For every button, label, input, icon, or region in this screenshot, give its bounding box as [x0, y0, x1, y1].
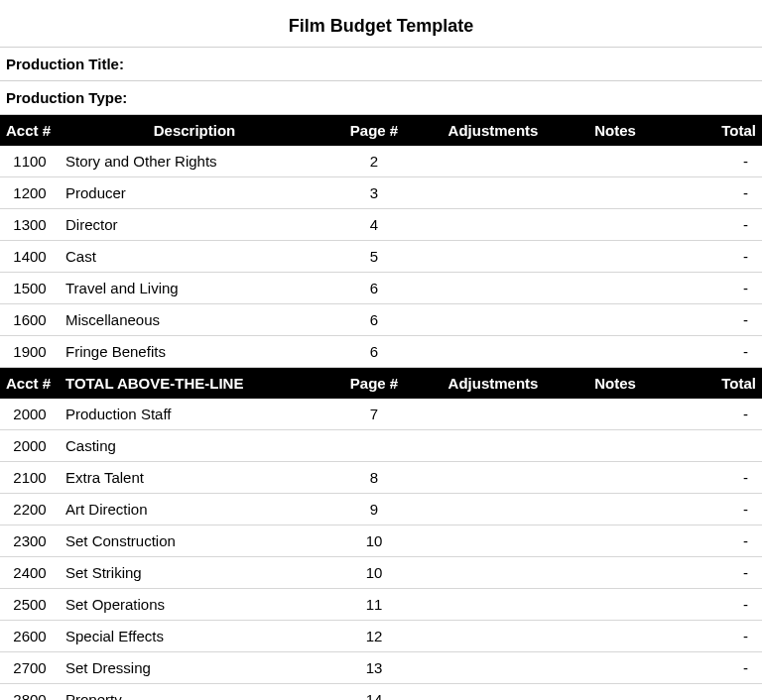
cell-notes [568, 304, 663, 336]
cell-desc: Extra Talent [60, 462, 329, 494]
cell-adj [419, 304, 568, 336]
production-title-label: Production Title: [0, 48, 762, 81]
cell-page: 10 [329, 525, 419, 557]
col-notes: Notes [568, 368, 663, 400]
cell-page: 3 [329, 177, 419, 209]
cell-acct: 1300 [0, 209, 60, 241]
cell-desc: Cast [60, 241, 329, 273]
cell-notes [568, 684, 663, 701]
cell-page: 6 [329, 273, 419, 304]
cell-desc: Producer [60, 177, 329, 209]
cell-page: 6 [329, 304, 419, 336]
cell-total: - [663, 273, 762, 304]
cell-desc: Travel and Living [60, 273, 329, 304]
table-row: 2000Casting [0, 430, 762, 462]
cell-total [663, 430, 762, 462]
table-row: 2800Property14- [0, 684, 762, 701]
cell-acct: 2700 [0, 652, 60, 684]
cell-notes [568, 621, 663, 652]
table-row: 1600Miscellaneous6- [0, 304, 762, 336]
cell-desc: Set Operations [60, 589, 329, 621]
cell-adj [419, 209, 568, 241]
table-row: 1900Fringe Benefits6- [0, 336, 762, 368]
cell-total: - [663, 336, 762, 368]
cell-acct: 1200 [0, 177, 60, 209]
cell-total: - [663, 684, 762, 701]
cell-acct: 2000 [0, 430, 60, 462]
cell-notes [568, 462, 663, 494]
cell-notes [568, 557, 663, 589]
production-type-label: Production Type: [0, 81, 762, 115]
cell-desc: Casting [60, 430, 329, 462]
cell-notes [568, 494, 663, 525]
col-page: Page # [329, 115, 419, 146]
cell-adj [419, 652, 568, 684]
cell-desc: Director [60, 209, 329, 241]
cell-total: - [663, 146, 762, 177]
cell-total: - [663, 462, 762, 494]
cell-adj [419, 273, 568, 304]
cell-notes [568, 146, 663, 177]
table-row: 2200Art Direction9- [0, 494, 762, 525]
cell-acct: 2600 [0, 621, 60, 652]
table-row: 2500Set Operations11- [0, 589, 762, 621]
cell-total: - [663, 304, 762, 336]
cell-desc: Set Construction [60, 525, 329, 557]
cell-desc: Special Effects [60, 621, 329, 652]
col-adj: Adjustments [419, 368, 568, 400]
cell-notes [568, 652, 663, 684]
table-row: 2300Set Construction10- [0, 525, 762, 557]
cell-notes [568, 273, 663, 304]
cell-total: - [663, 241, 762, 273]
cell-adj [419, 399, 568, 430]
cell-acct: 2800 [0, 684, 60, 701]
cell-notes [568, 241, 663, 273]
table-row: 2400Set Striking10- [0, 557, 762, 589]
cell-notes [568, 209, 663, 241]
cell-acct: 2200 [0, 494, 60, 525]
table-row: 2100Extra Talent8- [0, 462, 762, 494]
cell-acct: 2000 [0, 399, 60, 430]
cell-notes [568, 336, 663, 368]
cell-page: 11 [329, 589, 419, 621]
section1-body: 1100Story and Other Rights2-1200Producer… [0, 146, 762, 368]
cell-page: 10 [329, 557, 419, 589]
cell-page: 9 [329, 494, 419, 525]
cell-page: 8 [329, 462, 419, 494]
cell-acct: 1600 [0, 304, 60, 336]
cell-page: 2 [329, 146, 419, 177]
cell-page: 5 [329, 241, 419, 273]
table-row: 1300Director4- [0, 209, 762, 241]
col-acct: Acct # [0, 368, 60, 400]
cell-adj [419, 684, 568, 701]
table-row: 1500Travel and Living6- [0, 273, 762, 304]
cell-desc: Miscellaneous [60, 304, 329, 336]
cell-desc: Set Striking [60, 557, 329, 589]
cell-adj [419, 589, 568, 621]
budget-table: Acct # Description Page # Adjustments No… [0, 115, 762, 700]
cell-desc: Production Staff [60, 399, 329, 430]
col-notes: Notes [568, 115, 663, 146]
cell-total: - [663, 399, 762, 430]
cell-total: - [663, 557, 762, 589]
cell-page: 13 [329, 652, 419, 684]
table-row: 2600Special Effects12- [0, 621, 762, 652]
table-row: 2700Set Dressing13- [0, 652, 762, 684]
cell-acct: 2300 [0, 525, 60, 557]
cell-page: 14 [329, 684, 419, 701]
cell-notes [568, 177, 663, 209]
cell-total: - [663, 209, 762, 241]
cell-page: 7 [329, 399, 419, 430]
cell-acct: 1900 [0, 336, 60, 368]
col-total: Total [663, 115, 762, 146]
cell-adj [419, 241, 568, 273]
cell-adj [419, 494, 568, 525]
cell-acct: 1100 [0, 146, 60, 177]
col-desc: TOTAL ABOVE-THE-LINE [60, 368, 329, 400]
col-total: Total [663, 368, 762, 400]
col-acct: Acct # [0, 115, 60, 146]
section2-header: Acct # TOTAL ABOVE-THE-LINE Page # Adjus… [0, 368, 762, 400]
cell-acct: 1500 [0, 273, 60, 304]
cell-page: 4 [329, 209, 419, 241]
section1-header: Acct # Description Page # Adjustments No… [0, 115, 762, 146]
